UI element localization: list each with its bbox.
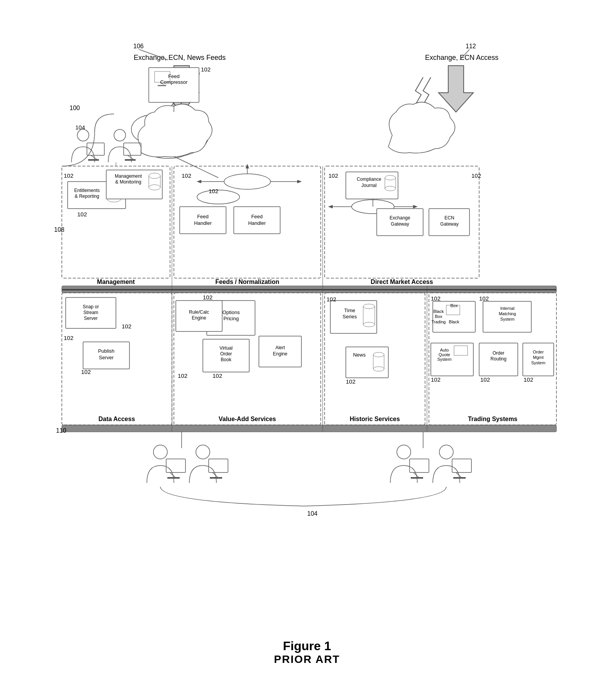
ref-102-hub1: 102 [182,172,191,179]
aq-text3: System [437,357,451,362]
oms-text2: Mgmt [533,355,544,360]
svg-rect-2 [158,85,166,86]
ref-102-fc: 102 [201,66,211,73]
ref-102-ts-b3: 102 [524,376,533,383]
caption-subtitle: PRIOR ART [37,653,578,666]
feed-compressor-text: Feed [168,73,180,79]
or-text1: Order [492,350,504,356]
feed-handler2-text2: Handler [248,220,266,226]
ref-102-ts1: 102 [431,295,441,302]
news-text: News [353,352,366,358]
ref-104-bottom: 104 [307,510,318,517]
ref-108: 108 [54,226,65,233]
options-pricing-text2: Pricing [223,316,239,321]
rule-calc-text2: Engine [192,315,206,321]
feed-compressor-box [149,68,199,102]
svg-rect-44 [167,477,180,479]
vob-text2: Order [220,351,232,357]
ref-102-comp: 102 [328,172,338,179]
feed-handler1-text1: Feed [197,214,209,219]
caption-title: Figure 1 [37,639,578,653]
svg-rect-50 [453,477,466,479]
feed-handler1-text2: Handler [194,220,212,226]
aq-text2: Quote [439,352,450,357]
black-box-text1: Black [449,319,459,324]
cloud-right-path [388,102,455,153]
entitlements-text2: & Reporting [75,194,99,199]
rule-calc-text1: Rule/Calc [189,309,209,315]
value-add-label: Value-Add Services [218,416,276,422]
news-box [346,347,388,378]
mgmt-text1: Management [114,173,142,179]
diagram-container: Exchange, ECN, News Feeds Exchange, ECN … [37,15,578,666]
feed-compressor-text2: Compressor [160,79,187,85]
publish-server-text2: Server [99,355,114,360]
data-access-label: Data Access [98,416,135,422]
snap-stream-text2: Stream [83,310,98,315]
bottom-separator-bar [62,425,556,432]
ref-102-va1: 102 [178,372,187,379]
ref-106: 106 [133,43,144,49]
ref-102-dma: 102 [471,172,481,179]
vob-text1: Virtual [219,345,233,351]
black-box-text3: Black [433,309,444,314]
black-box-text2: Box [450,303,458,308]
ref-102-ts-b1: 102 [431,376,441,383]
network-oval1 [224,174,270,189]
ref-102-va2: 102 [213,372,222,379]
ref-102-va-top: 102 [203,294,213,301]
alert-engine-text1: Alert [275,345,285,350]
trading-systems-label: Trading Systems [468,416,517,422]
alert-engine-text2: Engine [273,351,287,357]
mgmt-text2: & Monitoring [115,179,141,185]
management-section-label: Management [97,279,135,285]
snap-stream-text3: Server [84,316,97,321]
main-diagram: Exchange, ECN, News Feeds Exchange, ECN … [37,15,578,626]
svg-rect-11 [88,159,99,161]
ref-102-mgmt: 102 [77,211,87,217]
exchange-ecn-news-label: Exchange, ECN, News Feeds [133,54,225,61]
ref-102-da3: 102 [122,323,131,330]
svg-rect-48 [411,477,423,479]
ref-102-hub2: 102 [209,188,218,194]
or-text2: Routing [490,356,506,362]
ref-110: 110 [56,427,66,434]
oms-text1: Order [532,350,543,354]
options-pricing-text1: Options [222,309,240,315]
compliance-text1: Compliance [357,177,381,182]
ecn-gateway-text1: ECN [444,215,454,221]
black-box-text5: Trading [431,319,446,324]
exchange-gateway-text1: Exchange [389,215,410,221]
exchange-gateway-text2: Gateway [391,221,409,227]
ref-102-da2: 102 [81,369,91,375]
ims-text2: Matching [498,311,516,316]
feeds-norm-label: Feeds / Normalization [215,279,279,285]
time-series-text1: Time [344,308,355,313]
svg-rect-46 [210,477,222,479]
ref-102-hist: 102 [327,296,336,302]
ims-text3: System [500,317,514,321]
feed-handler2-text1: Feed [251,214,263,219]
time-series-text2: Series [342,314,357,319]
figure-caption: Figure 1 PRIOR ART [37,639,578,666]
ecn-gateway-text2: Gateway [440,221,458,227]
vob-text3: Book [221,357,231,362]
ref-100: 100 [70,105,80,111]
dma-label: Direct Market Access [371,279,433,285]
publish-server-text1: Publish [98,348,114,354]
ref-112: 112 [466,43,476,49]
oms-text3: System [531,360,545,365]
historic-services-label: Historic Services [350,416,400,422]
black-box-text4: Box [435,314,442,319]
compliance-text2: Journal [361,183,376,188]
ref-102-da1: 102 [64,335,73,341]
ref-102-ts2: 102 [479,295,489,302]
ref-102-ts-b2: 102 [480,376,490,383]
entitlements-text1: Entitlements [74,188,99,193]
svg-rect-13 [125,159,136,161]
ref-102-hist2: 102 [346,378,355,385]
ims-text1: Internal [500,306,514,311]
snap-stream-text1: Snap or [82,304,99,309]
ref-102-ent: 102 [64,172,73,179]
aq-text1: Auto [440,348,449,352]
